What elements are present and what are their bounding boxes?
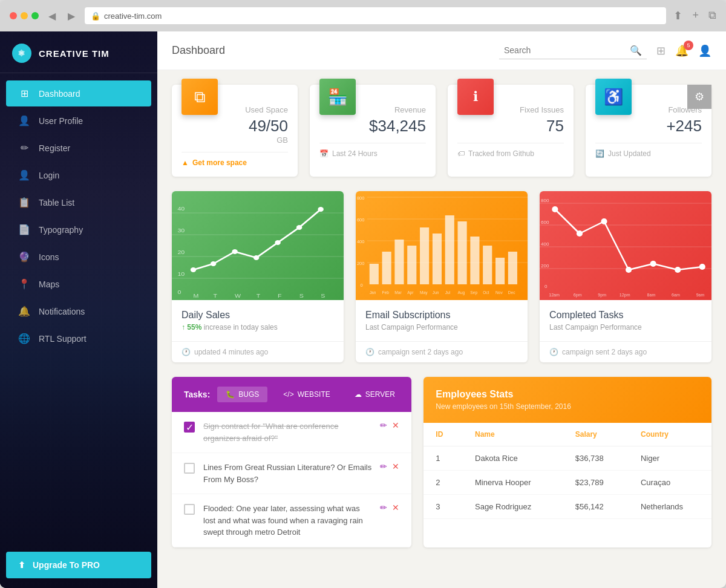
minimize-dot[interactable]	[21, 12, 28, 19]
notifications-button[interactable]: 🔔 5	[675, 44, 688, 57]
logo-icon: ⚛	[12, 44, 31, 63]
main-content: Dashboard 🔍 ⊞ 🔔 5 👤	[157, 31, 726, 588]
sidebar-item-rtl-support[interactable]: 🌐 RTL Support	[6, 325, 151, 351]
sidebar-item-label: Maps	[39, 279, 59, 289]
employee-salary-1: $36,738	[563, 446, 629, 471]
col-id: ID	[424, 423, 463, 446]
sidebar-item-table-list[interactable]: 📋 Table List	[6, 189, 151, 215]
completed-tasks-chart: 800 600 400 200 0	[540, 191, 711, 300]
svg-text:30: 30	[177, 227, 185, 234]
search-icon[interactable]: 🔍	[630, 45, 642, 56]
task-tab-bugs[interactable]: 🐛 BUGS	[217, 387, 267, 402]
search-input[interactable]	[504, 45, 625, 55]
topbar: Dashboard 🔍 ⊞ 🔔 5 👤	[157, 31, 726, 70]
svg-text:400: 400	[357, 239, 365, 244]
svg-rect-42	[495, 258, 505, 284]
task-checkbox-1[interactable]: ✓	[184, 422, 195, 433]
svg-text:8am: 8am	[647, 293, 656, 297]
sidebar-logo: ⚛ CREATIVE TIM	[0, 31, 157, 73]
url-text: creative-tim.com	[104, 11, 162, 21]
employee-salary-3: $56,142	[563, 495, 629, 519]
svg-point-67	[601, 218, 607, 224]
sidebar-item-dashboard[interactable]: ⊞ Dashboard	[6, 80, 151, 106]
task-edit-1[interactable]: ✏	[380, 420, 387, 430]
revenue-value: $34,245	[319, 117, 426, 136]
svg-text:Jul: Jul	[445, 290, 451, 295]
employee-name-1: Dakota Rice	[463, 446, 563, 471]
task-tab-server-label: SERVER	[365, 390, 395, 399]
typography-icon: 📄	[18, 224, 30, 235]
email-subscriptions-subtitle: Last Campaign Performance	[365, 323, 518, 332]
col-salary: Salary	[563, 423, 629, 446]
task-checkbox-2[interactable]	[184, 463, 195, 474]
svg-text:20: 20	[177, 249, 185, 255]
increase-text: ↑ 55%	[182, 323, 201, 332]
sidebar-item-label: Register	[39, 143, 70, 153]
sidebar-item-typography[interactable]: 📄 Typography	[6, 217, 151, 243]
svg-point-22	[318, 207, 323, 212]
svg-point-66	[577, 230, 583, 237]
svg-rect-36	[420, 227, 429, 284]
task-tab-server[interactable]: ☁ SERVER	[346, 387, 404, 402]
task-checkbox-3[interactable]	[184, 504, 195, 515]
upgrade-button[interactable]: ⬆ Upgrade To PRO	[6, 552, 151, 578]
grid-view-button[interactable]: ⊞	[656, 44, 666, 57]
svg-point-71	[699, 264, 705, 270]
new-tab-icon[interactable]: +	[692, 9, 699, 22]
fixed-issues-value: 75	[457, 117, 564, 136]
user-menu-button[interactable]: 👤	[698, 44, 711, 57]
task-delete-3[interactable]: ✕	[392, 503, 399, 512]
employee-id-1: 1	[424, 446, 463, 471]
svg-text:Apr: Apr	[407, 290, 414, 295]
table-row: 1 Dakota Rice $36,738 Niger	[424, 446, 711, 471]
bug-icon: 🐛	[226, 390, 235, 399]
gear-button[interactable]: ⚙	[687, 85, 711, 109]
employee-country-2: Curaçao	[629, 471, 711, 495]
task-edit-2[interactable]: ✏	[380, 462, 387, 471]
employees-title: Employees Stats	[436, 389, 699, 400]
revenue-footer: 📅 Last 24 Hours	[319, 143, 426, 158]
svg-point-16	[191, 267, 196, 272]
code-icon: </>	[283, 390, 293, 399]
task-item: Lines From Great Russian Literature? Or …	[172, 453, 411, 494]
daily-sales-footer-text: updated 4 minutes ago	[194, 348, 268, 356]
map-icon: 📍	[18, 278, 30, 290]
col-country: Country	[629, 423, 711, 446]
cloud-icon: ☁	[355, 390, 362, 399]
task-delete-1[interactable]: ✕	[392, 420, 399, 430]
svg-text:12am: 12am	[549, 293, 560, 297]
sidebar-item-notifications[interactable]: 🔔 Notifications	[6, 298, 151, 324]
forward-button[interactable]: ▶	[65, 8, 77, 24]
employee-id-3: 3	[424, 495, 463, 519]
windows-icon[interactable]: ⧉	[708, 9, 716, 22]
stat-card-used-space: ⧉ Used Space 49/50 GB ▲ Get more space	[172, 85, 298, 177]
task-delete-2[interactable]: ✕	[392, 462, 399, 471]
employee-id-2: 2	[424, 471, 463, 495]
maximize-dot[interactable]	[31, 12, 39, 19]
sidebar-item-icons[interactable]: 🔮 Icons	[6, 244, 151, 270]
task-edit-3[interactable]: ✏	[380, 503, 387, 512]
svg-point-20	[275, 240, 280, 245]
bottom-section: Tasks: 🐛 BUGS </> WEBSITE ☁	[172, 377, 711, 547]
col-name: Name	[463, 423, 563, 446]
close-dot[interactable]	[10, 12, 17, 19]
employee-name-2: Minerva Hooper	[463, 471, 563, 495]
daily-sales-title: Daily Sales	[182, 310, 334, 321]
chart-card-email-subscriptions: 800 600 400 200 0	[356, 191, 528, 362]
task-text-2: Lines From Great Russian Literature? Or …	[203, 462, 371, 485]
sidebar-item-register[interactable]: ✏ Register	[6, 135, 151, 161]
task-tab-website[interactable]: </> WEBSITE	[275, 387, 338, 402]
daily-sales-chart: 40 30 20 10 0 M T W T F	[172, 191, 344, 300]
sidebar-item-maps[interactable]: 📍 Maps	[6, 271, 151, 297]
share-icon[interactable]: ⬆	[673, 9, 682, 22]
address-bar[interactable]: 🔒 creative-tim.com	[85, 7, 666, 24]
sidebar-item-user-profile[interactable]: 👤 User Profile	[6, 108, 151, 134]
pencil-icon: ✏	[18, 142, 30, 154]
svg-text:Feb: Feb	[382, 290, 390, 295]
topbar-actions: ⊞ 🔔 5 👤	[656, 44, 711, 57]
back-button[interactable]: ◀	[46, 8, 58, 24]
sidebar-item-login[interactable]: 👤 Login	[6, 162, 151, 188]
svg-text:Mar: Mar	[394, 290, 402, 295]
fixed-issues-icon: ℹ	[457, 79, 494, 115]
upgrade-icon: ⬆	[18, 560, 25, 570]
